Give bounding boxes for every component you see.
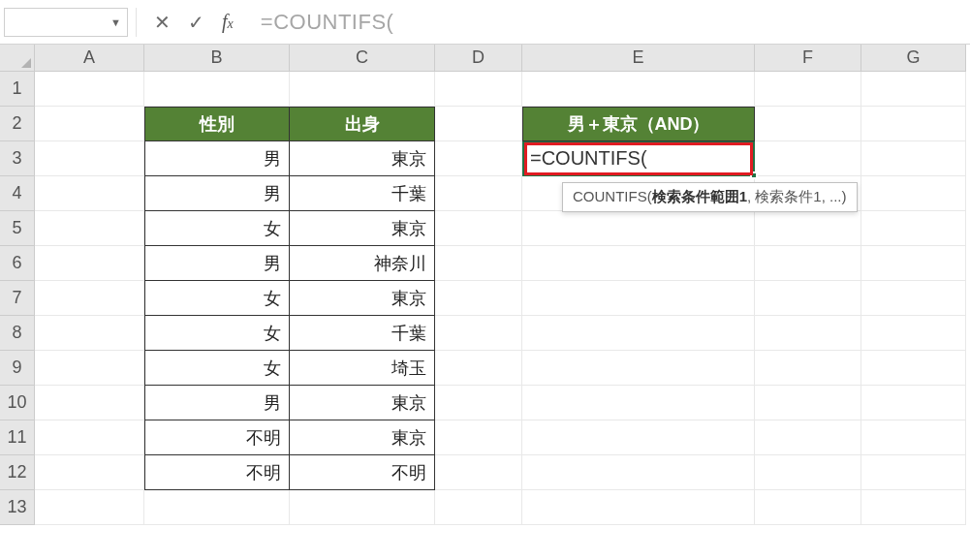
row-header-13[interactable]: 13 [0, 490, 35, 525]
row-header-2[interactable]: 2 [0, 107, 35, 141]
cancel-icon[interactable]: ✕ [154, 11, 171, 34]
cell-e13[interactable] [522, 490, 755, 525]
cell-f9[interactable] [755, 351, 861, 386]
cell-b7[interactable]: 女 [144, 281, 290, 316]
cell-g5[interactable] [861, 211, 966, 246]
cell-g6[interactable] [861, 246, 966, 281]
cell-c8[interactable]: 千葉 [290, 316, 435, 351]
cell-c10[interactable]: 東京 [290, 386, 435, 420]
cell-c7[interactable]: 東京 [290, 281, 435, 316]
cell-b2[interactable]: 性別 [144, 107, 290, 141]
cell-a3[interactable] [35, 141, 144, 176]
name-box[interactable]: ▼ [4, 8, 128, 37]
cell-d3[interactable] [435, 141, 522, 176]
row-header-7[interactable]: 7 [0, 281, 35, 316]
formula-input[interactable]: =COUNTIFS( [243, 10, 966, 35]
cell-d7[interactable] [435, 281, 522, 316]
col-header-c[interactable]: C [290, 45, 435, 72]
cell-c5[interactable]: 東京 [290, 211, 435, 246]
selection-handle[interactable] [750, 171, 758, 179]
cell-d10[interactable] [435, 386, 522, 420]
cell-f3[interactable] [755, 141, 861, 176]
row-header-5[interactable]: 5 [0, 211, 35, 246]
cell-f12[interactable] [755, 455, 861, 490]
row-header-9[interactable]: 9 [0, 351, 35, 386]
cell-b10[interactable]: 男 [144, 386, 290, 420]
cell-b11[interactable]: 不明 [144, 420, 290, 455]
cell-c3[interactable]: 東京 [290, 141, 435, 176]
cell-a4[interactable] [35, 176, 144, 211]
cell-d9[interactable] [435, 351, 522, 386]
cell-d4[interactable] [435, 176, 522, 211]
row-header-1[interactable]: 1 [0, 72, 35, 107]
cell-e11[interactable] [522, 420, 755, 455]
cell-f6[interactable] [755, 246, 861, 281]
cell-e12[interactable] [522, 455, 755, 490]
cell-c2[interactable]: 出身 [290, 107, 435, 141]
enter-icon[interactable]: ✓ [188, 11, 204, 34]
cell-f2[interactable] [755, 107, 861, 141]
cell-a1[interactable] [35, 72, 144, 107]
cell-e6[interactable] [522, 246, 755, 281]
cell-b5[interactable]: 女 [144, 211, 290, 246]
cell-f5[interactable] [755, 211, 861, 246]
dropdown-icon[interactable]: ▼ [110, 16, 121, 28]
cell-a7[interactable] [35, 281, 144, 316]
cell-e8[interactable] [522, 316, 755, 351]
cell-a12[interactable] [35, 455, 144, 490]
cell-e2[interactable]: 男＋東京（AND） [522, 107, 755, 141]
cell-e10[interactable] [522, 386, 755, 420]
cell-c13[interactable] [290, 490, 435, 525]
col-header-f[interactable]: F [755, 45, 861, 72]
cell-f8[interactable] [755, 316, 861, 351]
cell-a5[interactable] [35, 211, 144, 246]
cell-a8[interactable] [35, 316, 144, 351]
cell-b12[interactable]: 不明 [144, 455, 290, 490]
cell-c9[interactable]: 埼玉 [290, 351, 435, 386]
col-header-d[interactable]: D [435, 45, 522, 72]
col-header-e[interactable]: E [522, 45, 755, 72]
cell-d6[interactable] [435, 246, 522, 281]
cell-a9[interactable] [35, 351, 144, 386]
cell-f1[interactable] [755, 72, 861, 107]
cell-d1[interactable] [435, 72, 522, 107]
cell-g9[interactable] [861, 351, 966, 386]
cell-b3[interactable]: 男 [144, 141, 290, 176]
cell-f10[interactable] [755, 386, 861, 420]
row-header-4[interactable]: 4 [0, 176, 35, 211]
col-header-g[interactable]: G [861, 45, 966, 72]
cell-e9[interactable] [522, 351, 755, 386]
row-header-3[interactable]: 3 [0, 141, 35, 176]
cell-g1[interactable] [861, 72, 966, 107]
cell-d8[interactable] [435, 316, 522, 351]
cell-d2[interactable] [435, 107, 522, 141]
cell-g10[interactable] [861, 386, 966, 420]
cell-d13[interactable] [435, 490, 522, 525]
cell-e5[interactable] [522, 211, 755, 246]
cell-e7[interactable] [522, 281, 755, 316]
cell-f7[interactable] [755, 281, 861, 316]
cell-g3[interactable] [861, 141, 966, 176]
col-header-b[interactable]: B [144, 45, 290, 72]
cell-e3[interactable]: =COUNTIFS( [522, 141, 755, 176]
cell-c11[interactable]: 東京 [290, 420, 435, 455]
cell-a2[interactable] [35, 107, 144, 141]
cell-b8[interactable]: 女 [144, 316, 290, 351]
col-header-a[interactable]: A [35, 45, 144, 72]
cell-c4[interactable]: 千葉 [290, 176, 435, 211]
select-all-corner[interactable] [0, 45, 35, 72]
cell-b13[interactable] [144, 490, 290, 525]
cell-g4[interactable] [861, 176, 966, 211]
cell-g7[interactable] [861, 281, 966, 316]
cell-a11[interactable] [35, 420, 144, 455]
row-header-12[interactable]: 12 [0, 455, 35, 490]
cell-c1[interactable] [290, 72, 435, 107]
cell-e1[interactable] [522, 72, 755, 107]
cell-b1[interactable] [144, 72, 290, 107]
cell-c6[interactable]: 神奈川 [290, 246, 435, 281]
fx-icon[interactable]: fx [222, 11, 234, 33]
cell-a6[interactable] [35, 246, 144, 281]
cell-c12[interactable]: 不明 [290, 455, 435, 490]
cell-g8[interactable] [861, 316, 966, 351]
cell-g11[interactable] [861, 420, 966, 455]
